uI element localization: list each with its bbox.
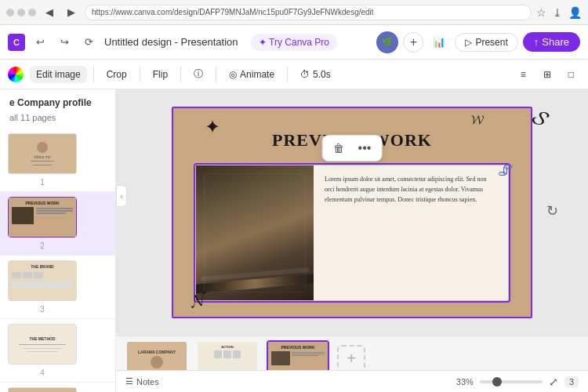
color-wheel-icon[interactable] (8, 67, 24, 82)
zoom-slider[interactable] (480, 380, 543, 383)
toolbar-left: C ↩ ↪ ⟳ Untitled design - Presentation (8, 33, 246, 51)
present-button[interactable]: ▷ Present (455, 33, 517, 52)
sidebar-collapse-button[interactable]: ‹ (116, 185, 127, 207)
slide-num-4: 4 (40, 368, 45, 377)
undo-icon: ↩ (36, 36, 45, 48)
document-title[interactable]: Untitled design - Presentation (104, 36, 238, 48)
float-more-button[interactable]: ••• (354, 139, 376, 158)
zoom-controls: 33% ⤢ 3 (456, 376, 579, 388)
duration-button[interactable]: ⏱ 5.0s (294, 66, 337, 83)
left-sidebar: e Company profile all 11 pages About me … (0, 89, 116, 392)
sidebar-title: e Company profile (0, 89, 115, 111)
main-layout: e Company profile all 11 pages About me … (0, 89, 588, 392)
animate-button[interactable]: ◎ Animate (223, 66, 281, 83)
toolbar-divider (287, 67, 288, 82)
notes-label: Notes (136, 377, 159, 387)
secondary-toolbar: Edit image Crop Flip ⓘ ◎ Animate ⏱ 5.0s … (0, 60, 588, 89)
sidebar-slide-2[interactable]: PREVIOUS WORK 2 (0, 192, 115, 256)
slide-canvas-wrap: 🗑 ••• ✦ 𝓦 𝓢 PREVIOUS WORK 🖇 (116, 89, 588, 336)
info-icon: ⓘ (194, 67, 203, 81)
browser-forward-btn[interactable]: ▶ (63, 3, 80, 21)
refresh-icon[interactable]: ↻ (546, 202, 558, 220)
undo-button[interactable]: ↩ (31, 33, 49, 51)
trash-icon: 🗑 (333, 142, 344, 154)
share-icon: ↑ (534, 36, 539, 48)
zoom-percent: 33% (456, 377, 474, 387)
redo-icon: ↪ (60, 36, 69, 48)
browser-url[interactable]: https://www.canva.com/design/DAFP79MNJaM… (85, 5, 532, 20)
avatar[interactable]: 🌿 (376, 31, 398, 53)
fullscreen-button[interactable]: ⤢ (549, 376, 558, 388)
animate-label: Animate (240, 69, 274, 80)
toolbar-center: ✦ Try Canva Pro (251, 34, 337, 51)
slide-num-2: 2 (40, 241, 45, 250)
lines-icon-btn[interactable]: ≡ (514, 66, 532, 83)
deco-curl-right: 𝓢 (528, 103, 552, 132)
star-icon[interactable]: ☆ (536, 6, 546, 19)
slide-thumb-1: About me (8, 133, 77, 174)
share-button[interactable]: ↑ Share (523, 32, 580, 52)
toolbar-right-icons: ≡ ⊞ □ (514, 66, 580, 83)
browser-dot (28, 9, 36, 16)
toolbar-divider (140, 67, 140, 82)
slide-thumb-5: TESTIMONIALS (8, 387, 77, 392)
page-num-badge: 3 (564, 376, 579, 387)
zoom-slider-dot[interactable] (492, 377, 502, 387)
present-label: Present (475, 37, 507, 48)
flip-button[interactable]: Flip (147, 66, 174, 83)
paper-clip-icon: 🖇 (498, 162, 514, 180)
slide-list: About me 1 PREVIOUS WORK (0, 129, 115, 392)
try-pro-label: ✦ Try Canva Pro (259, 37, 329, 48)
stats-icon: 📊 (433, 36, 445, 48)
plus-icon: + (410, 35, 417, 49)
slide-text-section: Lorem ipsum dolor sit amet, consectetur … (314, 165, 508, 300)
redo-button[interactable]: ↪ (56, 33, 74, 51)
status-bar: ☰ Notes 33% ⤢ 3 (116, 370, 588, 392)
slide-image[interactable] (196, 165, 314, 300)
duration-label: 5.0s (313, 69, 331, 80)
slide-num-3: 3 (40, 305, 45, 314)
slide-thumb-4: THE METHOD (8, 324, 77, 365)
try-pro-button[interactable]: ✦ Try Canva Pro (251, 34, 337, 51)
add-slide-button[interactable]: + (337, 345, 365, 373)
stats-button[interactable]: 📊 (428, 33, 450, 51)
info-button[interactable]: ⓘ (187, 64, 209, 84)
browser-back-btn[interactable]: ◀ (41, 3, 58, 21)
slide-lorem-text: Lorem ipsum dolor sit amet, consectetur … (325, 175, 497, 205)
sidebar-slide-1[interactable]: About me 1 (0, 129, 115, 192)
content-box[interactable]: Lorem ipsum dolor sit amet, consectetur … (195, 165, 509, 301)
sync-icon: ⟳ (85, 36, 93, 48)
sidebar-slide-5[interactable]: TESTIMONIALS 5 (0, 383, 115, 392)
float-delete-button[interactable]: 🗑 (329, 140, 348, 157)
sidebar-slide-4[interactable]: THE METHOD 4 (0, 319, 115, 383)
notes-button[interactable]: ☰ Notes (125, 376, 159, 387)
url-text: https://www.canva.com/design/DAFP79MNJaM… (92, 8, 374, 16)
browser-dots (6, 9, 36, 16)
fullscreen-icon-btn[interactable]: □ (562, 66, 580, 83)
toolbar-divider (180, 67, 181, 82)
animate-icon: ◎ (229, 69, 237, 80)
crop-button[interactable]: Crop (100, 66, 133, 83)
canva-logo: C (8, 34, 25, 51)
download-icon[interactable]: ⤓ (553, 6, 562, 19)
clock-icon: ⏱ (300, 69, 310, 80)
account-icon[interactable]: 👤 (568, 6, 582, 19)
browser-icons: ☆ ⤓ 👤 (536, 6, 582, 19)
browser-bar: ◀ ▶ https://www.canva.com/design/DAFP79M… (0, 0, 588, 25)
sidebar-subtitle: all 11 pages (0, 111, 115, 129)
canvas-area: 🗑 ••• ✦ 𝓦 𝓢 PREVIOUS WORK 🖇 (116, 89, 588, 392)
sidebar-slide-3[interactable]: THE BRAND 3 (0, 256, 115, 319)
edit-image-label: Edit image (36, 69, 81, 80)
notes-icon: ☰ (125, 376, 133, 387)
grid-icon-btn[interactable]: ⊞ (537, 66, 557, 83)
crop-label: Crop (107, 69, 127, 80)
edit-image-button[interactable]: Edit image (30, 66, 87, 83)
browser-dot (6, 9, 14, 16)
deco-curl-bottomleft: 𝓝 (189, 289, 208, 311)
share-label: Share (542, 36, 569, 48)
sync-button[interactable]: ⟳ (80, 33, 98, 51)
toolbar-right: 🌿 + 📊 ▷ Present ↑ Share (342, 31, 580, 53)
present-icon: ▷ (465, 37, 472, 48)
add-member-button[interactable]: + (403, 32, 423, 53)
flip-label: Flip (153, 69, 168, 80)
